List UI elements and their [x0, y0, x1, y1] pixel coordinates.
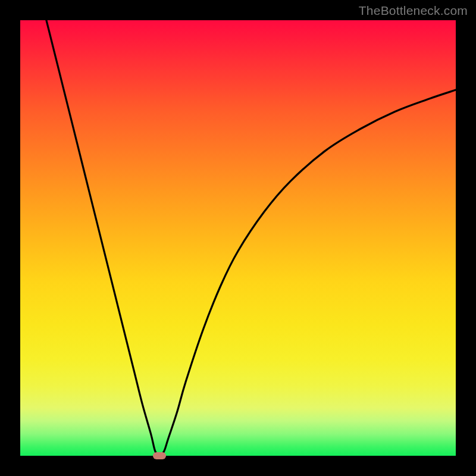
curve-layer	[20, 20, 456, 456]
left-branch-curve	[46, 20, 159, 456]
plot-area	[20, 20, 456, 456]
chart-frame: TheBottleneck.com	[0, 0, 476, 476]
minimum-marker	[153, 452, 166, 459]
right-branch-curve	[159, 90, 456, 456]
watermark-text: TheBottleneck.com	[359, 4, 468, 18]
